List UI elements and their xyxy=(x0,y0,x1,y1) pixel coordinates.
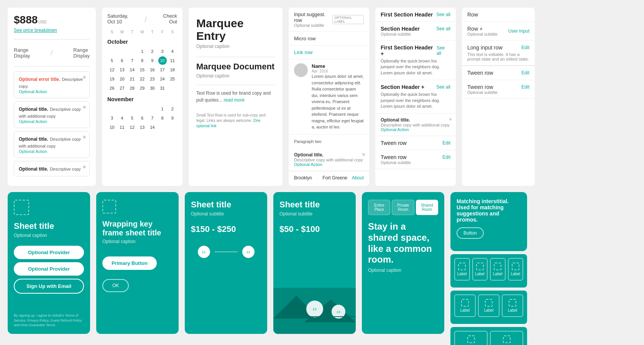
cal-day[interactable]: 16 xyxy=(148,66,156,74)
cal-day[interactable]: 31 xyxy=(158,84,167,92)
sign-up-email-btn[interactable]: Sign Up with Email xyxy=(14,279,84,294)
close-icon-6[interactable]: ✕ xyxy=(449,117,452,122)
sh3-see-all[interactable]: See all xyxy=(437,45,450,56)
cal-day[interactable]: 25 xyxy=(168,75,177,83)
lr5-edit[interactable]: Edit xyxy=(521,84,529,90)
private-room-btn[interactable]: Private Room xyxy=(392,200,414,215)
error-action[interactable]: Optional Action xyxy=(19,89,85,94)
link-row-text[interactable]: Link row xyxy=(294,49,364,55)
cal-day[interactable]: 29 xyxy=(138,84,146,92)
cal-day[interactable]: 4 xyxy=(168,47,177,56)
cal-day[interactable]: 14 xyxy=(128,66,136,74)
tween1-title: Tween row xyxy=(381,140,407,146)
close-icon-3[interactable]: ✕ xyxy=(82,135,86,140)
lr2-user-input[interactable]: User Input xyxy=(508,28,529,34)
label-item-8: Label xyxy=(454,331,488,345)
sh2-see-all[interactable]: See all xyxy=(436,26,450,31)
location-row: Brooklyn · Fort Greene About xyxy=(289,171,369,186)
cal-day[interactable]: 11 xyxy=(118,123,126,131)
cal-day[interactable]: 7 xyxy=(148,114,156,122)
cal-day[interactable]: 2 xyxy=(168,105,177,113)
cal-day[interactable]: 13 xyxy=(138,123,146,131)
cal-day[interactable]: 8 xyxy=(158,114,167,122)
cal-day[interactable]: 18 xyxy=(168,66,177,74)
cal-day[interactable]: 17 xyxy=(158,66,167,74)
cal-day[interactable]: 12 xyxy=(128,123,136,131)
location-about-link[interactable]: About xyxy=(352,175,364,182)
sh1-see-all[interactable]: See all xyxy=(436,12,450,17)
cal-day[interactable]: 20 xyxy=(118,75,126,83)
cal-day[interactable]: 9 xyxy=(148,56,156,65)
sheet1-caption: Optional caption xyxy=(14,233,84,238)
slider-right-arrow[interactable]: ‹› xyxy=(242,246,255,258)
ok-button[interactable]: OK xyxy=(102,279,129,292)
close-icon-4[interactable]: ✕ xyxy=(82,164,86,170)
lr3-edit[interactable]: Edit xyxy=(521,45,529,50)
tween2-edit[interactable]: Edit xyxy=(442,154,450,160)
cal-day[interactable]: 13 xyxy=(118,66,126,74)
cal-day[interactable]: 5 xyxy=(128,114,136,122)
simple-row: Optional title. Descriptive copy ✕ xyxy=(14,161,90,176)
sh-action-link[interactable]: Optional Action xyxy=(381,127,450,132)
cal-day[interactable]: 6 xyxy=(138,114,146,122)
link-row[interactable]: Link row xyxy=(289,46,369,59)
interstitial-btn[interactable]: Button xyxy=(457,227,484,239)
primary-button[interactable]: Primary Button xyxy=(102,256,157,270)
cal-day[interactable]: 24 xyxy=(158,75,167,83)
cal-day[interactable]: 14 xyxy=(148,123,156,131)
section-header-plus: Section Header + See all Optionally the … xyxy=(375,80,456,113)
cal-day[interactable]: 10 xyxy=(158,56,167,65)
sheet3-title: Sheet title xyxy=(191,200,261,210)
cal-day[interactable]: 6 xyxy=(118,56,126,65)
cal-day[interactable]: 27 xyxy=(118,84,126,92)
cal-day[interactable]: 3 xyxy=(158,47,167,56)
cal-day[interactable]: 12 xyxy=(108,66,116,74)
sheet4-price: $50 - $100 xyxy=(279,224,350,234)
cal-day[interactable]: 11 xyxy=(168,56,177,65)
cal-day[interactable]: 1 xyxy=(158,105,167,113)
range-label-2: RangeDisplay xyxy=(73,47,90,59)
cal-day[interactable]: 19 xyxy=(108,75,116,83)
cal-day[interactable]: 2 xyxy=(148,47,156,56)
cal-day[interactable]: 10 xyxy=(108,123,116,131)
cal-day[interactable]: 7 xyxy=(128,56,136,65)
cal-day[interactable]: 26 xyxy=(108,84,116,92)
cal-day[interactable]: 5 xyxy=(108,56,116,65)
optional-provider-btn-2[interactable]: Optional Provider xyxy=(14,262,84,276)
close-icon[interactable]: ✕ xyxy=(82,75,86,80)
cal-day[interactable]: 8 xyxy=(138,56,146,65)
tween2-title: Tween row xyxy=(381,154,407,160)
cal-day[interactable]: 28 xyxy=(128,84,136,92)
price-breakdown-link[interactable]: See price breakdown xyxy=(14,28,90,33)
lr2-subtitle: Optional subtitle xyxy=(467,32,498,36)
close-icon-5[interactable]: ✕ xyxy=(362,152,365,157)
cal-day[interactable]: 3 xyxy=(108,114,116,122)
lr4-edit[interactable]: Edit xyxy=(521,70,529,76)
cal-day[interactable]: 1 xyxy=(138,47,146,56)
room-caption: Optional caption xyxy=(368,268,438,273)
entire-place-btn[interactable]: Entire Place xyxy=(368,200,390,215)
slider-left-arrow[interactable]: ‹› xyxy=(198,246,210,258)
sheet3-price: $150 - $250 xyxy=(191,224,261,234)
tween1-edit[interactable]: Edit xyxy=(442,140,450,146)
info-action-1[interactable]: Optional Action xyxy=(19,119,85,124)
label-item-3: Label xyxy=(490,258,506,281)
cal-day[interactable]: 22 xyxy=(138,75,146,83)
action-link[interactable]: Optional Action xyxy=(294,162,364,167)
cal-day[interactable]: 30 xyxy=(148,84,156,92)
bottom-row: Sheet title Optional caption Optional Pr… xyxy=(0,186,644,345)
cal-day[interactable]: 4 xyxy=(118,114,126,122)
optional-provider-btn-1[interactable]: Optional Provider xyxy=(14,246,84,259)
label-item-1: Label xyxy=(454,258,470,281)
info-action-2[interactable]: Optional Action xyxy=(19,149,85,154)
cal-day[interactable]: 21 xyxy=(128,75,136,83)
cal-day[interactable]: 23 xyxy=(148,75,156,83)
sh-action-row: Optional title. Descriptive copy with ad… xyxy=(375,113,456,136)
tween-row-2: Tween row Edit Optional subtitle xyxy=(375,150,456,169)
shared-room-btn[interactable]: Shared Room xyxy=(416,200,438,215)
close-icon-2[interactable]: ✕ xyxy=(82,105,86,110)
cal-day[interactable]: 15 xyxy=(138,66,146,74)
sh4-see-all[interactable]: See all xyxy=(436,84,450,90)
cal-day[interactable]: 9 xyxy=(168,114,177,122)
read-more-link[interactable]: read more xyxy=(223,97,245,103)
